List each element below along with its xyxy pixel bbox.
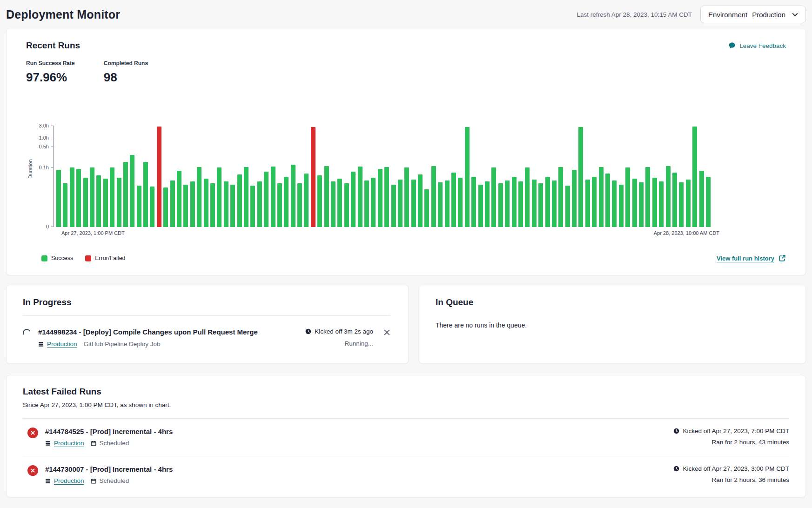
run-bar-success[interactable] bbox=[163, 187, 168, 227]
run-bar-success[interactable] bbox=[150, 187, 154, 227]
run-bar-success[interactable] bbox=[364, 180, 369, 227]
run-bar-success[interactable] bbox=[404, 167, 409, 227]
run-bar-success[interactable] bbox=[291, 165, 295, 227]
run-bar-success[interactable] bbox=[619, 185, 624, 227]
run-bar-success[interactable] bbox=[652, 178, 657, 227]
run-bar-success[interactable] bbox=[558, 167, 563, 227]
run-bar-success[interactable] bbox=[666, 166, 671, 227]
run-bar-success[interactable] bbox=[659, 181, 664, 227]
run-bar-success[interactable] bbox=[224, 181, 228, 227]
run-bar-success[interactable] bbox=[204, 179, 208, 227]
run-bar-success[interactable] bbox=[230, 185, 235, 227]
run-bar-success[interactable] bbox=[538, 183, 543, 227]
run-bar-success[interactable] bbox=[110, 167, 114, 227]
environment-link[interactable]: Production bbox=[54, 477, 84, 484]
run-bar-success[interactable] bbox=[545, 177, 550, 227]
run-bar-success[interactable] bbox=[76, 169, 81, 227]
run-bar-success[interactable] bbox=[384, 167, 389, 227]
run-bar-success[interactable] bbox=[471, 177, 476, 227]
run-bar-success[interactable] bbox=[478, 185, 483, 227]
run-bar-success[interactable] bbox=[137, 186, 141, 227]
run-bar-success[interactable] bbox=[645, 167, 650, 227]
close-icon[interactable] bbox=[383, 329, 390, 336]
run-bar-success[interactable] bbox=[210, 183, 215, 227]
run-bar-success[interactable] bbox=[371, 178, 376, 227]
run-bar-success[interactable] bbox=[130, 155, 134, 227]
run-bar-success[interactable] bbox=[257, 181, 262, 227]
run-bar-success[interactable] bbox=[398, 180, 403, 227]
run-bar-success[interactable] bbox=[451, 173, 456, 227]
run-bar-success[interactable] bbox=[692, 127, 697, 227]
run-bar-success[interactable] bbox=[431, 166, 436, 227]
run-bar-success[interactable] bbox=[170, 180, 175, 227]
run-bar-success[interactable] bbox=[411, 180, 416, 227]
run-bar-success[interactable] bbox=[190, 181, 195, 227]
run-bar-success[interactable] bbox=[304, 174, 309, 227]
run-bar-success[interactable] bbox=[237, 174, 242, 227]
run-bar-success[interactable] bbox=[70, 167, 74, 227]
run-bar-success[interactable] bbox=[679, 182, 684, 227]
run-bar-success[interactable] bbox=[424, 189, 429, 227]
run-bar-success[interactable] bbox=[331, 181, 336, 227]
run-bar-success[interactable] bbox=[337, 179, 342, 227]
run-bar-success[interactable] bbox=[358, 167, 362, 227]
run-bar-success[interactable] bbox=[344, 183, 349, 227]
run-bar-success[interactable] bbox=[532, 180, 537, 227]
run-bar-success[interactable] bbox=[103, 179, 108, 227]
environment-tag[interactable]: Production bbox=[38, 341, 77, 348]
run-bar-success[interactable] bbox=[465, 127, 470, 227]
run-bar-failed[interactable] bbox=[311, 127, 315, 227]
run-bar-success[interactable] bbox=[505, 180, 510, 227]
run-bar-success[interactable] bbox=[458, 178, 463, 227]
run-bar-success[interactable] bbox=[632, 179, 637, 227]
run-bar-success[interactable] bbox=[572, 170, 577, 227]
run-bar-success[interactable] bbox=[244, 167, 248, 227]
environment-link[interactable]: Production bbox=[54, 440, 84, 447]
environment-link[interactable]: Production bbox=[47, 341, 77, 348]
run-bar-success[interactable] bbox=[197, 167, 201, 227]
run-bar-success[interactable] bbox=[686, 180, 691, 227]
run-bar-failed[interactable] bbox=[157, 127, 161, 227]
run-bar-success[interactable] bbox=[117, 178, 121, 227]
run-bar-success[interactable] bbox=[183, 185, 188, 227]
run-bar-success[interactable] bbox=[699, 171, 704, 227]
run-bar-success[interactable] bbox=[123, 162, 128, 227]
run-bar-success[interactable] bbox=[177, 171, 181, 227]
run-bar-success[interactable] bbox=[485, 181, 490, 227]
run-bar-success[interactable] bbox=[250, 186, 255, 227]
run-bar-success[interactable] bbox=[284, 177, 289, 227]
run-bar-success[interactable] bbox=[271, 167, 275, 227]
run-bar-success[interactable] bbox=[525, 167, 530, 227]
run-bar-success[interactable] bbox=[518, 181, 523, 227]
run-bar-success[interactable] bbox=[625, 167, 630, 227]
run-bar-success[interactable] bbox=[578, 127, 583, 227]
run-bar-success[interactable] bbox=[599, 167, 604, 227]
run-bar-success[interactable] bbox=[565, 186, 570, 227]
run-bar-success[interactable] bbox=[445, 180, 450, 227]
run-bar-success[interactable] bbox=[512, 177, 517, 227]
run-bar-success[interactable] bbox=[706, 177, 711, 227]
run-bar-success[interactable] bbox=[612, 180, 617, 227]
run-bar-success[interactable] bbox=[378, 169, 383, 227]
run-bar-success[interactable] bbox=[498, 183, 503, 227]
run-bar-success[interactable] bbox=[418, 174, 423, 227]
run-bar-success[interactable] bbox=[391, 185, 396, 227]
run-bar-success[interactable] bbox=[143, 162, 148, 227]
run-bar-success[interactable] bbox=[90, 167, 94, 227]
leave-feedback-link[interactable]: Leave Feedback bbox=[728, 42, 786, 49]
run-bar-success[interactable] bbox=[317, 175, 322, 227]
run-bar-success[interactable] bbox=[351, 172, 356, 227]
environment-selector[interactable]: Environment Production bbox=[700, 6, 806, 23]
environment-tag[interactable]: Production bbox=[45, 477, 84, 484]
run-bar-success[interactable] bbox=[277, 183, 282, 227]
run-bar-success[interactable] bbox=[552, 180, 557, 227]
run-bar-success[interactable] bbox=[83, 178, 88, 227]
run-bar-success[interactable] bbox=[639, 182, 644, 227]
run-bar-success[interactable] bbox=[96, 175, 101, 227]
run-bar-success[interactable] bbox=[672, 173, 677, 227]
run-bar-success[interactable] bbox=[592, 177, 597, 227]
run-bar-success[interactable] bbox=[63, 183, 67, 227]
run-bar-success[interactable] bbox=[585, 180, 590, 227]
view-full-run-history-link[interactable]: View full run history bbox=[717, 254, 786, 262]
run-bar-success[interactable] bbox=[438, 182, 443, 227]
